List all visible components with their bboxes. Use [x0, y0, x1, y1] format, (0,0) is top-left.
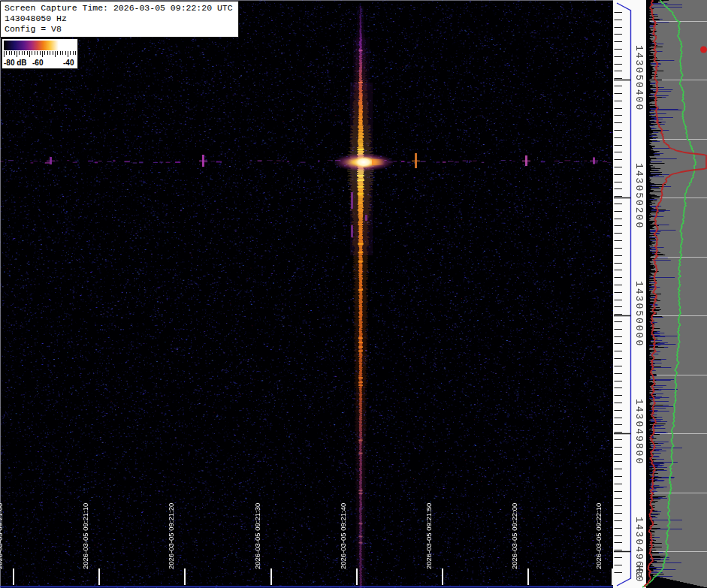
freq-axis-label: 143050000 — [633, 281, 645, 347]
waterfall-canvas — [0, 0, 707, 588]
time-axis-label: 2026-03-05 09:21:30 — [253, 503, 261, 569]
time-axis-label: 2026-03-05 09:21:50 — [425, 503, 433, 569]
time-axis-label: 2026-03-05 09:21:00 — [0, 503, 4, 569]
colormap-gradient-bar — [4, 41, 76, 50]
freq-axis-label: 143050200 — [633, 163, 645, 229]
spectrogram-screen: Screen Capture Time: 2026-03-05 09:22:20… — [0, 0, 707, 588]
colormap-legend: -80 dB -60 -40 — [2, 39, 78, 69]
legend-db-max-label: -40 — [63, 59, 74, 67]
freq-axis-label: 143050400 — [633, 45, 645, 111]
time-axis-label: 2026-03-05 09:21:40 — [339, 503, 347, 569]
center-frequency-text: 143048050 Hz — [5, 14, 235, 24]
legend-db-min-label: -80 dB — [4, 59, 27, 67]
time-axis-label: 2026-03-05 09:22:00 — [510, 503, 518, 569]
config-text: Config = V8 — [5, 24, 235, 35]
freq-unit-label: Hz — [633, 565, 645, 579]
legend-ruler-minor-ticks — [4, 51, 76, 55]
capture-time-text: Screen Capture Time: 2026-03-05 09:22:20… — [5, 3, 235, 14]
time-axis-label: 2026-03-05 09:21:20 — [167, 503, 175, 569]
time-axis-label: 2026-03-05 09:22:10 — [594, 503, 603, 569]
legend-db-mid-label: -60 — [32, 59, 43, 67]
time-axis-label: 2026-03-05 09:21:10 — [81, 503, 89, 569]
freq-axis-label: 143049800 — [633, 399, 645, 465]
capture-info-box: Screen Capture Time: 2026-03-05 09:22:20… — [0, 1, 239, 38]
